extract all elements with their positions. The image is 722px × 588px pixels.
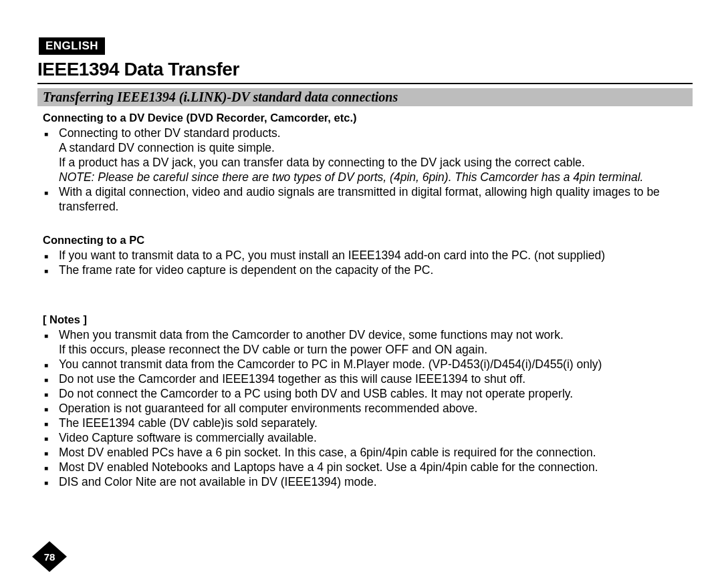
list-item-text: The IEEE1394 cable (DV cable)is sold sep… (59, 416, 318, 430)
list-item: If you want to transmit data to a PC, yo… (43, 248, 693, 263)
dv-device-list: Connecting to other DV standard products… (43, 126, 693, 214)
list-item: You cannot transmit data from the Camcor… (43, 357, 693, 372)
list-item-text: Video Capture software is commercially a… (59, 431, 317, 444)
list-item-text: If you want to transmit data to a PC, yo… (59, 249, 605, 262)
subtitle-text: Transferring IEEE1394 (i.LINK)-DV standa… (43, 90, 398, 104)
list-item-text: Do not use the Camcorder and IEEE1394 to… (59, 372, 525, 386)
list-item: Connecting to other DV standard products… (43, 126, 693, 184)
list-item: With a digital connection, video and aud… (43, 184, 693, 214)
list-item: Video Capture software is commercially a… (43, 430, 693, 445)
page-title: IEEE1394 Data Transfer (37, 59, 693, 80)
list-item: Do not connect the Camcorder to a PC usi… (43, 386, 693, 401)
section-heading-dv-device: Connecting to a DV Device (DVD Recorder,… (43, 112, 693, 124)
list-item: The frame rate for video capture is depe… (43, 263, 693, 277)
page-number: 78 (44, 551, 55, 563)
manual-page: ENGLISH IEEE1394 Data Transfer Transferr… (0, 0, 722, 588)
list-item: Operation is not guaranteed for all comp… (43, 401, 693, 416)
list-item-line: A standard DV connection is quite simple… (59, 141, 275, 154)
list-item-text: Do not connect the Camcorder to a PC usi… (59, 387, 573, 400)
list-item: When you transmit data from the Camcorde… (43, 327, 693, 357)
notes-heading: [ Notes ] (43, 313, 693, 326)
list-item-note: NOTE: Please be careful since there are … (59, 170, 643, 184)
list-item-text: When you transmit data from the Camcorde… (59, 328, 564, 356)
pc-list: If you want to transmit data to a PC, yo… (43, 248, 693, 277)
list-item-line: Connecting to other DV standard products… (59, 126, 281, 140)
language-badge: ENGLISH (39, 37, 105, 55)
list-item-line: If a product has a DV jack, you can tran… (59, 156, 585, 169)
list-item: Most DV enabled PCs have a 6 pin socket.… (43, 445, 693, 460)
notes-list: When you transmit data from the Camcorde… (43, 327, 693, 489)
section-heading-pc: Connecting to a PC (43, 234, 693, 247)
list-item-text: Most DV enabled PCs have a 6 pin socket.… (59, 446, 596, 459)
subtitle-bar: Transferring IEEE1394 (i.LINK)-DV standa… (37, 88, 693, 106)
list-item-text: DIS and Color Nite are not available in … (59, 475, 377, 488)
list-item-text: Operation is not guaranteed for all comp… (59, 402, 477, 415)
list-item-text: Most DV enabled Notebooks and Laptops ha… (59, 460, 598, 474)
list-item: DIS and Color Nite are not available in … (43, 474, 693, 489)
title-rule (37, 83, 693, 84)
page-number-badge: 78 (35, 544, 64, 569)
list-item-text: You cannot transmit data from the Camcor… (59, 357, 602, 371)
list-item: The IEEE1394 cable (DV cable)is sold sep… (43, 416, 693, 430)
list-item-line: With a digital connection, video and aud… (59, 185, 660, 213)
list-item-text: The frame rate for video capture is depe… (59, 263, 433, 277)
list-item: Most DV enabled Notebooks and Laptops ha… (43, 460, 693, 474)
list-item: Do not use the Camcorder and IEEE1394 to… (43, 372, 693, 386)
